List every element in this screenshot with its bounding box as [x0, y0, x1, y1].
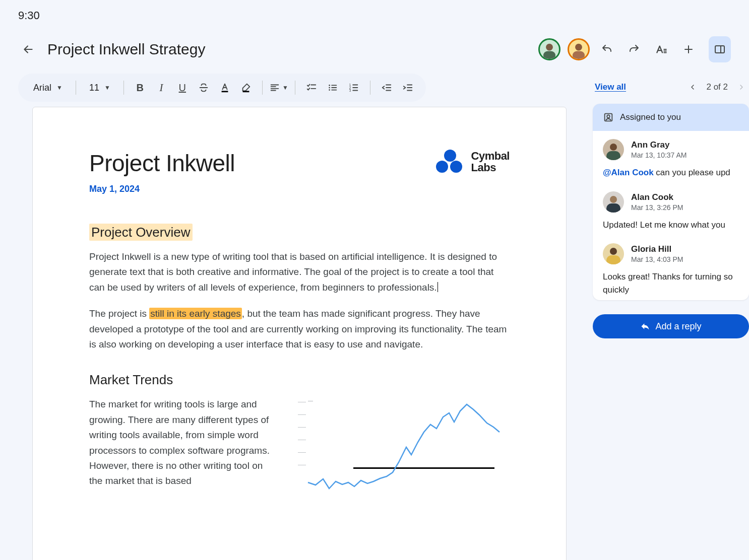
comment-timestamp: Mar 13, 3:26 PM	[631, 203, 683, 212]
toolbar-separator	[295, 81, 295, 95]
svg-rect-4	[715, 46, 724, 53]
svg-point-15	[610, 144, 617, 151]
font-size-value: 11	[89, 83, 99, 93]
bold-button[interactable]: B	[130, 78, 150, 98]
comment-item[interactable]: Gloria Hill Mar 13, 4:03 PM Looks great!…	[593, 235, 749, 300]
toolbar-separator	[76, 81, 76, 95]
text-color-button[interactable]	[215, 78, 235, 98]
back-button[interactable]	[18, 39, 38, 59]
commented-text-highlight[interactable]: still in its early stages	[149, 308, 242, 319]
outdent-icon	[381, 82, 392, 93]
view-all-comments-link[interactable]: View all	[595, 82, 626, 92]
comment-item[interactable]: Alan Cook Mar 13, 3:26 PM Updated! Let m…	[593, 183, 749, 236]
text-format-icon	[655, 43, 668, 56]
clock: 9:30	[18, 9, 40, 22]
avatar	[603, 191, 624, 213]
prev-comment-button[interactable]	[685, 80, 700, 95]
pager-label: 2 of 2	[706, 82, 728, 92]
trend-chart: —	[298, 397, 510, 498]
font-family-select[interactable]: Arial ▼	[26, 78, 70, 98]
brand-name-line1: Cymbal	[471, 150, 510, 162]
text-format-button[interactable]	[651, 39, 671, 59]
undo-button[interactable]	[597, 39, 617, 59]
align-left-icon	[269, 82, 280, 93]
collaborator-avatar[interactable]	[538, 38, 560, 60]
doc-paragraph[interactable]: Project Inkwell is a new type of writing…	[89, 249, 510, 295]
checklist-icon	[306, 82, 317, 93]
highlight-color-button[interactable]	[236, 78, 256, 98]
comment-item[interactable]: Ann Gray Mar 13, 10:37 AM @Alan Cook can…	[593, 131, 749, 183]
bullet-list-button[interactable]	[323, 78, 343, 98]
svg-rect-3	[573, 51, 585, 59]
font-size-select[interactable]: 11 ▼	[82, 78, 117, 98]
svg-text:1: 1	[349, 83, 351, 87]
doc-paragraph[interactable]: The project is still in its early stages…	[89, 306, 510, 352]
header: Project Inkwell Strategy	[0, 22, 749, 74]
indent-icon	[402, 82, 413, 93]
svg-rect-5	[221, 91, 228, 92]
numbered-list-button[interactable]: 123	[344, 78, 364, 98]
undo-icon	[601, 43, 613, 55]
avatar	[603, 243, 624, 264]
doc-h2-market[interactable]: Market Trends	[89, 372, 510, 388]
chevron-right-icon	[737, 83, 745, 91]
svg-point-14	[607, 115, 610, 118]
indent-button[interactable]	[398, 78, 418, 98]
svg-rect-16	[606, 151, 620, 160]
add-reply-button[interactable]: Add a reply	[593, 314, 749, 338]
comment-timestamp: Mar 13, 4:03 PM	[631, 255, 683, 263]
side-panel-toggle[interactable]	[709, 36, 731, 62]
editor-canvas[interactable]: Project Inkwell May 1, 2024 Cymbal Labs	[18, 107, 581, 560]
comment-author: Ann Gray	[631, 140, 687, 150]
reply-icon	[640, 321, 650, 331]
assigned-banner: Assigned to you	[593, 104, 749, 131]
numbered-list-icon: 123	[348, 82, 359, 93]
chevron-down-icon: ▼	[282, 84, 288, 91]
next-comment-button[interactable]	[734, 80, 749, 95]
doc-h1[interactable]: Project Inkwell	[89, 150, 235, 177]
svg-text:2: 2	[349, 86, 351, 90]
comment-author: Gloria Hill	[631, 244, 683, 254]
checklist-button[interactable]	[301, 78, 322, 98]
comment-thread[interactable]: Assigned to you Ann Gray Mar 13, 10:37 A…	[593, 104, 749, 300]
collaborator-avatar[interactable]	[568, 38, 590, 60]
svg-point-19	[610, 248, 617, 255]
doc-h2-overview[interactable]: Project Overview	[89, 225, 510, 240]
strikethrough-button[interactable]	[194, 78, 214, 98]
comments-pager: 2 of 2	[685, 80, 749, 95]
text-color-icon	[219, 82, 230, 93]
svg-point-9	[329, 89, 330, 91]
comment-body: @Alan Cook can you please upd	[603, 166, 739, 179]
comment-body: Looks great! Thanks for turning so quick…	[603, 270, 739, 296]
brand-name-line2: Labs	[471, 162, 510, 173]
svg-rect-6	[242, 91, 249, 92]
document-page[interactable]: Project Inkwell May 1, 2024 Cymbal Labs	[32, 107, 567, 560]
doc-date[interactable]: May 1, 2024	[89, 184, 235, 194]
svg-point-8	[329, 87, 330, 89]
mention[interactable]: @Alan Cook	[603, 168, 654, 177]
toolbar-separator	[262, 81, 263, 95]
outdent-button[interactable]	[377, 78, 397, 98]
comment-body: Updated! Let me know what you	[603, 219, 739, 232]
toolbar-separator	[123, 81, 124, 95]
insert-button[interactable]	[678, 39, 699, 59]
underline-button[interactable]: U	[172, 78, 193, 98]
highlighter-icon	[240, 82, 252, 93]
line-chart-path	[298, 397, 510, 498]
status-bar: 9:30	[0, 0, 749, 22]
document-title[interactable]: Project Inkwell Strategy	[47, 41, 529, 58]
italic-button[interactable]: I	[151, 78, 171, 98]
toolbar-separator	[370, 81, 370, 95]
svg-rect-20	[606, 255, 620, 264]
bullet-list-icon	[327, 82, 338, 93]
align-button[interactable]: ▼	[269, 78, 289, 98]
svg-point-7	[329, 85, 330, 86]
redo-button[interactable]	[624, 39, 644, 59]
font-family-value: Arial	[33, 83, 51, 93]
redo-icon	[628, 43, 640, 55]
chevron-down-icon: ▼	[56, 84, 63, 91]
brand-lockup: Cymbal Labs	[436, 150, 510, 174]
chevron-left-icon	[689, 83, 697, 91]
doc-paragraph[interactable]: The market for writing tools is large an…	[89, 397, 278, 488]
svg-point-17	[610, 196, 617, 203]
